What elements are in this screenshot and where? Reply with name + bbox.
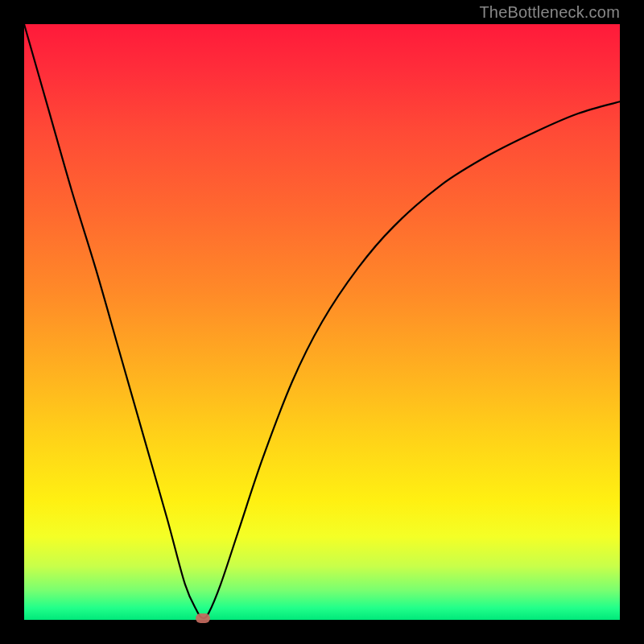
chart-frame: TheBottleneck.com [0, 0, 644, 644]
minimum-marker [196, 613, 210, 623]
plot-area [24, 24, 620, 620]
bottleneck-curve [24, 24, 620, 620]
watermark-text: TheBottleneck.com [479, 3, 620, 22]
